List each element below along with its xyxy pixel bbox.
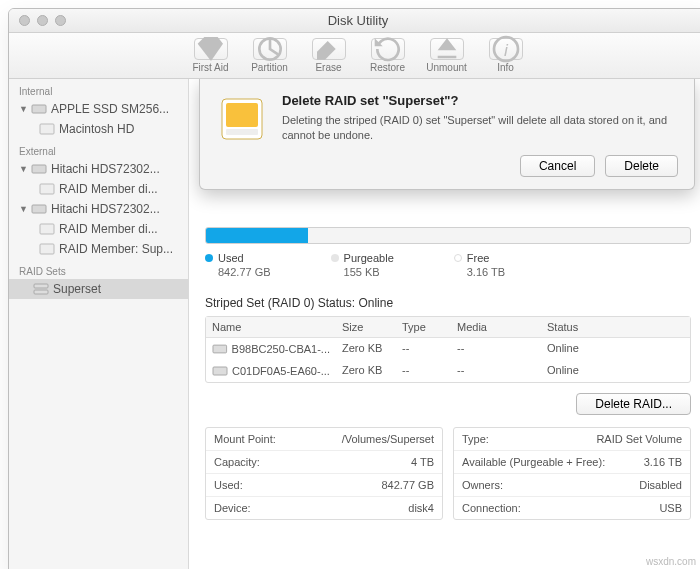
sidebar-item-disk[interactable]: ▼ Hitachi HDS72302... bbox=[9, 159, 188, 179]
sidebar-item-raidset[interactable]: Superset bbox=[9, 279, 188, 299]
restore-icon bbox=[371, 38, 405, 60]
usage-bar bbox=[205, 227, 691, 244]
col-status[interactable]: Status bbox=[541, 317, 690, 337]
delete-raid-dialog: Delete RAID set "Superset"? Deleting the… bbox=[199, 79, 695, 190]
window-title: Disk Utility bbox=[9, 13, 700, 28]
delete-raid-button[interactable]: Delete RAID... bbox=[576, 393, 691, 415]
disk-icon bbox=[31, 162, 47, 176]
toolbar-restore[interactable]: Restore bbox=[360, 38, 415, 73]
used-dot bbox=[205, 254, 213, 262]
svg-rect-5 bbox=[32, 165, 46, 173]
info-right: Type:RAID Set Volume Available (Purgeabl… bbox=[453, 427, 691, 520]
table-row[interactable]: B98BC250-CBA1-... Zero KB -- -- Online bbox=[206, 338, 690, 360]
sidebar-item-volume[interactable]: RAID Member: Sup... bbox=[9, 239, 188, 259]
info-panels: Mount Point:/Volumes/Superset Capacity:4… bbox=[205, 427, 691, 520]
disclosure-triangle[interactable]: ▼ bbox=[19, 164, 27, 174]
used-value: 842.77 GB bbox=[205, 266, 271, 278]
svg-rect-14 bbox=[226, 129, 258, 135]
svg-rect-15 bbox=[213, 345, 227, 353]
sidebar-item-volume[interactable]: Macintosh HD bbox=[9, 119, 188, 139]
svg-rect-7 bbox=[32, 205, 46, 213]
svg-rect-11 bbox=[34, 290, 48, 294]
svg-rect-16 bbox=[213, 367, 227, 375]
svg-rect-10 bbox=[34, 284, 48, 288]
sidebar-item-disk[interactable]: ▼ Hitachi HDS72302... bbox=[9, 199, 188, 219]
volume-icon bbox=[39, 182, 55, 196]
svg-rect-3 bbox=[32, 105, 46, 113]
toolbar-erase[interactable]: Erase bbox=[301, 38, 356, 73]
free-label: Free bbox=[467, 252, 490, 264]
sidebar-item-volume[interactable]: RAID Member di... bbox=[9, 179, 188, 199]
sidebar-header-internal: Internal bbox=[9, 79, 188, 99]
disk-icon bbox=[31, 202, 47, 216]
drive-icon bbox=[216, 93, 268, 145]
sidebar: Internal ▼ APPLE SSD SM256... Macintosh … bbox=[9, 79, 189, 569]
usage-bar-section: Used 842.77 GB Purgeable 155 KB Free 3.1… bbox=[205, 227, 691, 278]
partition-icon bbox=[253, 38, 287, 60]
svg-rect-4 bbox=[40, 124, 54, 134]
purgeable-dot bbox=[331, 254, 339, 262]
volume-icon bbox=[39, 122, 55, 136]
svg-rect-9 bbox=[40, 244, 54, 254]
toolbar-first-aid[interactable]: First Aid bbox=[183, 38, 238, 73]
info-icon: i bbox=[489, 38, 523, 60]
dialog-message: Deleting the striped (RAID 0) set "Super… bbox=[282, 113, 678, 143]
toolbar: First Aid Partition Erase Restore Unmoun… bbox=[9, 33, 700, 79]
disclosure-triangle[interactable]: ▼ bbox=[19, 104, 27, 114]
disk-icon bbox=[31, 102, 47, 116]
raid-status: Striped Set (RAID 0) Status: Online bbox=[205, 296, 691, 310]
window: Disk Utility First Aid Partition Erase R… bbox=[8, 8, 700, 569]
sidebar-item-volume[interactable]: RAID Member di... bbox=[9, 219, 188, 239]
svg-rect-6 bbox=[40, 184, 54, 194]
free-dot bbox=[454, 254, 462, 262]
toolbar-info[interactable]: i Info bbox=[478, 38, 533, 73]
usage-segment-used bbox=[206, 228, 308, 243]
toolbar-unmount[interactable]: Unmount bbox=[419, 38, 474, 73]
sidebar-item-disk[interactable]: ▼ APPLE SSD SM256... bbox=[9, 99, 188, 119]
disk-icon bbox=[212, 342, 228, 356]
free-value: 3.16 TB bbox=[454, 266, 505, 278]
watermark: wsxdn.com bbox=[646, 556, 696, 567]
raid-icon bbox=[33, 282, 49, 296]
erase-icon bbox=[312, 38, 346, 60]
svg-text:i: i bbox=[504, 40, 509, 60]
col-size[interactable]: Size bbox=[336, 317, 396, 337]
main-content: Delete RAID set "Superset"? Deleting the… bbox=[189, 79, 700, 569]
disk-icon bbox=[212, 364, 228, 378]
dialog-title: Delete RAID set "Superset"? bbox=[282, 93, 678, 108]
volume-icon bbox=[39, 242, 55, 256]
disclosure-triangle[interactable]: ▼ bbox=[19, 204, 27, 214]
info-left: Mount Point:/Volumes/Superset Capacity:4… bbox=[205, 427, 443, 520]
delete-button[interactable]: Delete bbox=[605, 155, 678, 177]
svg-rect-8 bbox=[40, 224, 54, 234]
col-media[interactable]: Media bbox=[451, 317, 541, 337]
svg-rect-13 bbox=[226, 103, 258, 127]
volume-icon bbox=[39, 222, 55, 236]
purgeable-label: Purgeable bbox=[344, 252, 394, 264]
titlebar: Disk Utility bbox=[9, 9, 700, 33]
col-type[interactable]: Type bbox=[396, 317, 451, 337]
used-label: Used bbox=[218, 252, 244, 264]
sidebar-header-external: External bbox=[9, 139, 188, 159]
firstaid-icon bbox=[194, 38, 228, 60]
sidebar-header-raidsets: RAID Sets bbox=[9, 259, 188, 279]
cancel-button[interactable]: Cancel bbox=[520, 155, 595, 177]
purgeable-value: 155 KB bbox=[331, 266, 394, 278]
unmount-icon bbox=[430, 38, 464, 60]
col-name[interactable]: Name bbox=[206, 317, 336, 337]
toolbar-partition[interactable]: Partition bbox=[242, 38, 297, 73]
raid-members-table: Name Size Type Media Status B98BC250-CBA… bbox=[205, 316, 691, 383]
table-row[interactable]: C01DF0A5-EA60-... Zero KB -- -- Online bbox=[206, 360, 690, 382]
